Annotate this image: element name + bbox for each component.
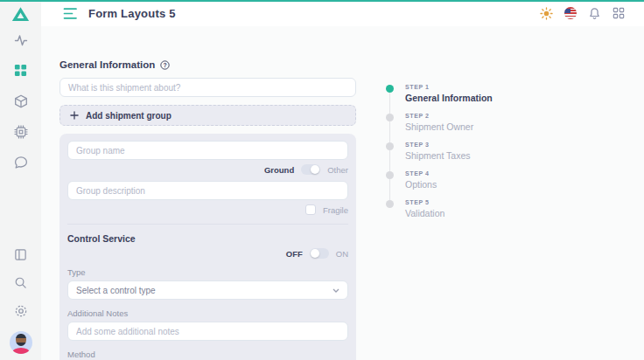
box-icon[interactable]	[13, 93, 28, 108]
chat-icon[interactable]	[13, 155, 28, 170]
main-area: Form Layouts 5 General Information	[41, 0, 644, 360]
step-text: STEP 4 Options	[405, 170, 437, 199]
step-title: Shipment Taxes	[405, 150, 471, 161]
avatar-shirt	[12, 348, 30, 354]
ground-other-toggle[interactable]	[301, 164, 320, 175]
notifications-bell-icon[interactable]	[588, 7, 601, 20]
control-type-select[interactable]: Select a control type	[67, 280, 348, 300]
shipment-about-input[interactable]	[60, 78, 356, 97]
svg-text:?: ?	[164, 61, 167, 67]
step-text: STEP 3 Shipment Taxes	[405, 142, 471, 170]
stepper-step-5[interactable]: STEP 5 Validation	[386, 199, 493, 228]
step-dot[interactable]	[386, 200, 394, 208]
settings-gear-icon[interactable]	[13, 303, 28, 318]
step-title: Validation	[405, 208, 444, 218]
language-flag-icon[interactable]	[564, 7, 577, 19]
shipment-group-card: Ground Other Fragile Control Service OFF	[60, 134, 356, 360]
other-label: Other	[327, 165, 348, 175]
step-label: STEP 2	[405, 113, 473, 119]
step-dot[interactable]	[386, 85, 394, 93]
fragile-label: Fragile	[323, 205, 348, 215]
add-shipment-group-label: Add shipment group	[86, 111, 172, 121]
page-title: Form Layouts 5	[88, 7, 176, 20]
control-type-value: Select a control type	[76, 286, 156, 295]
avatar-face	[16, 334, 26, 346]
step-label: STEP 3	[405, 142, 471, 148]
card-divider	[67, 224, 348, 225]
step-dot[interactable]	[386, 142, 394, 150]
chevron-down-icon	[332, 288, 340, 293]
sidebar-bottom-nav	[10, 247, 32, 360]
off-on-toggle-row: OFF ON	[67, 248, 348, 259]
step-text: STEP 5 Validation	[405, 199, 444, 228]
ground-other-toggle-row: Ground Other	[67, 164, 348, 175]
step-text: STEP 2 Shipment Owner	[405, 113, 473, 142]
fragile-row: Fragile	[67, 204, 348, 215]
chip-icon[interactable]	[13, 124, 28, 139]
stepper-step-2[interactable]: STEP 2 Shipment Owner	[386, 113, 493, 142]
group-description-input[interactable]	[67, 181, 348, 200]
toggle-knob	[311, 249, 319, 258]
section-title: General Information	[60, 59, 155, 70]
control-service-title: Control Service	[67, 233, 348, 244]
search-icon[interactable]	[13, 275, 28, 290]
step-label: STEP 1	[405, 84, 493, 90]
activity-icon[interactable]	[13, 32, 28, 47]
sidebar	[0, 0, 41, 360]
on-label: ON	[336, 249, 348, 259]
step-text: STEP 1 General Information	[405, 84, 493, 113]
off-label: OFF	[286, 249, 303, 259]
method-label: Method	[67, 350, 348, 359]
type-label: Type	[67, 267, 348, 277]
user-avatar[interactable]	[10, 331, 32, 354]
menu-toggle-icon[interactable]	[63, 7, 78, 20]
page-content: General Information ? Add shipment group	[41, 26, 644, 360]
additional-notes-label: Additional Notes	[67, 308, 348, 318]
add-shipment-group-button[interactable]: Add shipment group	[60, 105, 356, 126]
group-name-input[interactable]	[67, 141, 348, 160]
fragile-checkbox[interactable]	[305, 204, 316, 215]
step-dot[interactable]	[386, 114, 394, 121]
form-column: General Information ? Add shipment group	[60, 26, 356, 360]
app-window: Form Layouts 5 General Information	[0, 0, 644, 360]
section-header: General Information ?	[60, 59, 356, 70]
docs-panel-icon[interactable]	[13, 247, 28, 262]
stepper-step-4[interactable]: STEP 4 Options	[386, 170, 493, 199]
stepper-step-3[interactable]: STEP 3 Shipment Taxes	[386, 142, 493, 170]
control-service-toggle[interactable]	[310, 248, 329, 259]
step-title: General Information	[405, 93, 493, 103]
theme-sun-icon[interactable]	[540, 7, 553, 20]
step-dot[interactable]	[386, 171, 394, 179]
step-label: STEP 4	[405, 170, 437, 177]
app-logo-icon[interactable]	[11, 6, 30, 22]
sidebar-nav	[13, 32, 28, 170]
step-label: STEP 5	[405, 199, 444, 205]
top-accent-bar	[0, 0, 644, 2]
step-title: Shipment Owner	[405, 121, 473, 132]
header-bar: Form Layouts 5	[41, 0, 644, 26]
additional-notes-input[interactable]	[67, 322, 348, 341]
wizard-stepper: STEP 1 General Information STEP 2 Shipme…	[386, 84, 493, 228]
components-icon[interactable]	[13, 63, 28, 78]
header-actions	[540, 7, 625, 20]
stepper-step-1[interactable]: STEP 1 General Information	[386, 84, 493, 113]
toggle-knob	[311, 165, 319, 174]
apps-grid-icon[interactable]	[612, 7, 625, 19]
ground-label: Ground	[264, 165, 294, 175]
step-title: Options	[405, 179, 437, 190]
help-question-icon[interactable]: ?	[160, 60, 170, 70]
plus-icon	[70, 111, 79, 120]
